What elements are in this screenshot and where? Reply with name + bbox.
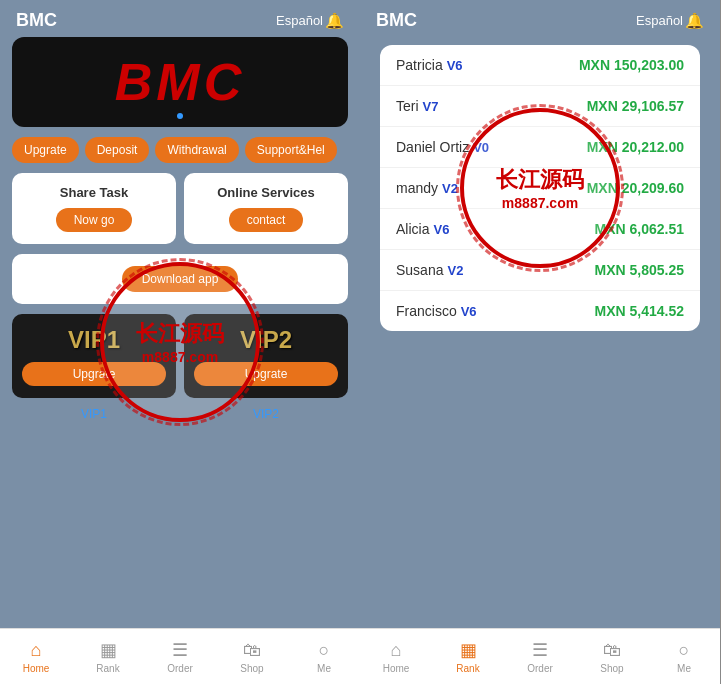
table-row: Patricia V6 MXN 150,203.00 bbox=[380, 45, 700, 86]
left-phone: BMC Español 🔔 BMC Upgrate Deposit Withdr… bbox=[0, 0, 360, 684]
now-go-button[interactable]: Now go bbox=[56, 208, 133, 232]
rank-user-4: Alicia V6 bbox=[396, 221, 449, 237]
table-row: Daniel Ortiz V0 MXN 20,212.00 bbox=[380, 127, 700, 168]
right-nav-shop-label: Shop bbox=[600, 663, 623, 674]
online-services-card: Online Services contact bbox=[184, 173, 348, 244]
rank-icon: ▦ bbox=[100, 639, 117, 661]
right-nav-rank-label: Rank bbox=[456, 663, 479, 674]
rank-amount-2: MXN 20,212.00 bbox=[587, 139, 684, 155]
rank-badge-5: V2 bbox=[447, 263, 463, 278]
rank-amount-5: MXN 5,805.25 bbox=[595, 262, 685, 278]
vip2-title: VIP2 bbox=[240, 326, 292, 354]
nav-me[interactable]: ○ Me bbox=[288, 629, 360, 684]
nav-order-label: Order bbox=[167, 663, 193, 674]
right-content: Patricia V6 MXN 150,203.00 Teri V7 MXN 2… bbox=[360, 37, 720, 628]
download-card: Download app bbox=[12, 254, 348, 304]
me-icon: ○ bbox=[319, 640, 330, 661]
contact-button[interactable]: contact bbox=[229, 208, 304, 232]
rank-badge-6: V6 bbox=[461, 304, 477, 319]
order-icon: ☰ bbox=[172, 639, 188, 661]
right-bottom-nav: ⌂ Home ▦ Rank ☰ Order 🛍 Shop ○ Me bbox=[360, 628, 720, 684]
nav-home[interactable]: ⌂ Home bbox=[0, 629, 72, 684]
right-shop-icon: 🛍 bbox=[603, 640, 621, 661]
nav-order[interactable]: ☰ Order bbox=[144, 629, 216, 684]
right-nav-rank[interactable]: ▦ Rank bbox=[432, 629, 504, 684]
vip-row: VIP1 Upgrate VIP2 Upgrate bbox=[12, 314, 348, 398]
table-row: Alicia V6 MXN 6,062.51 bbox=[380, 209, 700, 250]
withdrawal-button[interactable]: Withdrawal bbox=[155, 137, 238, 163]
rank-amount-4: MXN 6,062.51 bbox=[595, 221, 685, 237]
rank-amount-1: MXN 29,106.57 bbox=[587, 98, 684, 114]
right-app-title: BMC bbox=[376, 10, 417, 31]
vip1-title: VIP1 bbox=[68, 326, 120, 354]
rank-user-6: Francisco V6 bbox=[396, 303, 477, 319]
right-bell-icon: 🔔 bbox=[685, 12, 704, 30]
right-nav-me[interactable]: ○ Me bbox=[648, 629, 720, 684]
deposit-button[interactable]: Deposit bbox=[85, 137, 150, 163]
download-button[interactable]: Download app bbox=[122, 266, 239, 292]
right-rank-icon: ▦ bbox=[460, 639, 477, 661]
rank-user-5: Susana V2 bbox=[396, 262, 463, 278]
rank-wrapper: Patricia V6 MXN 150,203.00 Teri V7 MXN 2… bbox=[372, 37, 708, 339]
rank-user-0: Patricia V6 bbox=[396, 57, 463, 73]
vip2-upgrate-button[interactable]: Upgrate bbox=[194, 362, 338, 386]
rank-amount-3: MXN 20,209.60 bbox=[587, 180, 684, 196]
right-phone: BMC Español 🔔 Patricia V6 MXN 150,203.00 bbox=[360, 0, 720, 684]
vip2-card: VIP2 Upgrate bbox=[184, 314, 348, 398]
bell-icon: 🔔 bbox=[325, 12, 344, 30]
rank-card: Patricia V6 MXN 150,203.00 Teri V7 MXN 2… bbox=[380, 45, 700, 331]
rank-user-3: mandy V2 bbox=[396, 180, 458, 196]
right-me-icon: ○ bbox=[679, 640, 690, 661]
right-nav-home[interactable]: ⌂ Home bbox=[360, 629, 432, 684]
rank-user-2: Daniel Ortiz V0 bbox=[396, 139, 489, 155]
share-task-card: Share Task Now go bbox=[12, 173, 176, 244]
table-row: Francisco V6 MXN 5,414.52 bbox=[380, 291, 700, 331]
right-nav-order[interactable]: ☰ Order bbox=[504, 629, 576, 684]
left-language: Español 🔔 bbox=[276, 12, 344, 30]
banner-text: BMC bbox=[115, 52, 245, 112]
nav-me-label: Me bbox=[317, 663, 331, 674]
right-language: Español 🔔 bbox=[636, 12, 704, 30]
table-row: Teri V7 MXN 29,106.57 bbox=[380, 86, 700, 127]
task-row: Share Task Now go Online Services contac… bbox=[12, 173, 348, 244]
nav-rank-label: Rank bbox=[96, 663, 119, 674]
vip1-name: VIP1 bbox=[81, 407, 107, 421]
right-header: BMC Español 🔔 bbox=[360, 0, 720, 37]
support-button[interactable]: Support&Hel bbox=[245, 137, 337, 163]
right-nav-shop[interactable]: 🛍 Shop bbox=[576, 629, 648, 684]
rank-badge-2: V0 bbox=[473, 140, 489, 155]
nav-rank[interactable]: ▦ Rank bbox=[72, 629, 144, 684]
share-task-label: Share Task bbox=[60, 185, 128, 200]
rank-badge-0: V6 bbox=[447, 58, 463, 73]
table-row: Susana V2 MXN 5,805.25 bbox=[380, 250, 700, 291]
vip1-upgrate-button[interactable]: Upgrate bbox=[22, 362, 166, 386]
home-icon: ⌂ bbox=[31, 640, 42, 661]
left-header: BMC Español 🔔 bbox=[0, 0, 360, 37]
rank-user-1: Teri V7 bbox=[396, 98, 438, 114]
vip2-name: VIP2 bbox=[253, 407, 279, 421]
banner-dot bbox=[177, 113, 183, 119]
left-app-title: BMC bbox=[16, 10, 57, 31]
right-nav-home-label: Home bbox=[383, 663, 410, 674]
rank-amount-0: MXN 150,203.00 bbox=[579, 57, 684, 73]
left-content: BMC Upgrate Deposit Withdrawal Support&H… bbox=[0, 37, 360, 628]
right-home-icon: ⌂ bbox=[391, 640, 402, 661]
nav-home-label: Home bbox=[23, 663, 50, 674]
upgrate-button[interactable]: Upgrate bbox=[12, 137, 79, 163]
table-row: mandy V2 MXN 20,209.60 bbox=[380, 168, 700, 209]
right-nav-order-label: Order bbox=[527, 663, 553, 674]
nav-shop-label: Shop bbox=[240, 663, 263, 674]
left-bottom-nav: ⌂ Home ▦ Rank ☰ Order 🛍 Shop ○ Me bbox=[0, 628, 360, 684]
bmc-banner: BMC bbox=[12, 37, 348, 127]
vip1-card: VIP1 Upgrate bbox=[12, 314, 176, 398]
right-order-icon: ☰ bbox=[532, 639, 548, 661]
nav-shop[interactable]: 🛍 Shop bbox=[216, 629, 288, 684]
rank-amount-6: MXN 5,414.52 bbox=[595, 303, 685, 319]
right-nav-me-label: Me bbox=[677, 663, 691, 674]
rank-badge-4: V6 bbox=[433, 222, 449, 237]
rank-badge-3: V2 bbox=[442, 181, 458, 196]
online-services-label: Online Services bbox=[217, 185, 315, 200]
rank-badge-1: V7 bbox=[423, 99, 439, 114]
shop-icon: 🛍 bbox=[243, 640, 261, 661]
action-row: Upgrate Deposit Withdrawal Support&Hel bbox=[12, 137, 348, 163]
